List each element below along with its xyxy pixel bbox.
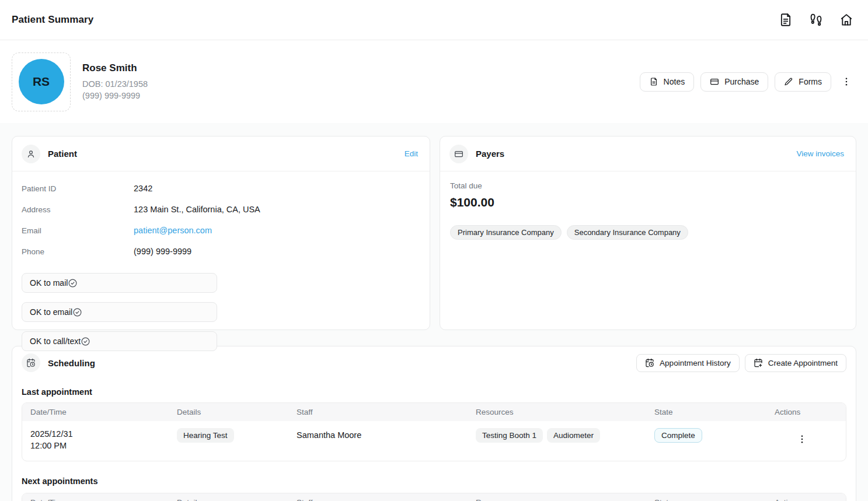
top-bar: Patient Summary xyxy=(0,0,868,40)
payers-card-header: Payers View invoices xyxy=(440,136,856,171)
check-circle-icon xyxy=(72,307,82,317)
cell-staff: Samantha Moore xyxy=(288,428,468,440)
document-icon[interactable] xyxy=(778,12,793,27)
cell-state: Complete xyxy=(646,428,766,443)
credit-card-icon xyxy=(449,145,468,163)
field-label: Phone xyxy=(22,247,134,256)
col-details: Details xyxy=(169,408,288,416)
field-label: Email xyxy=(22,226,134,235)
patient-more-menu[interactable] xyxy=(838,74,855,89)
note-icon xyxy=(649,77,658,86)
purchase-button[interactable]: Purchase xyxy=(700,72,768,92)
ok-to-mail-chip[interactable]: OK to mail xyxy=(22,273,217,293)
view-invoices-link[interactable]: View invoices xyxy=(796,149,844,158)
total-due-value: $100.00 xyxy=(450,195,844,209)
calendar-plus-icon xyxy=(754,358,763,367)
patient-dob: DOB: 01/23/1958 xyxy=(82,78,148,90)
resource-tag[interactable]: Audiometer xyxy=(547,428,600,443)
appointment-history-label: Appointment History xyxy=(660,359,731,367)
patient-phone: (999) 999-9999 xyxy=(82,90,148,101)
next-appointments-table: Date/Time Details Staff Resources State … xyxy=(22,493,846,501)
home-icon[interactable] xyxy=(839,12,854,27)
calendar-clock-icon xyxy=(645,358,654,367)
kebab-icon xyxy=(841,76,852,87)
status-badge: Complete xyxy=(654,428,702,443)
field-patient-id: Patient ID 2342 xyxy=(22,178,418,199)
topbar-icons xyxy=(778,12,854,27)
last-appointment-heading: Last appointment xyxy=(22,387,846,397)
col-actions: Actions xyxy=(766,498,846,501)
payers-card-title: Payers xyxy=(476,149,504,159)
appointment-history-button[interactable]: Appointment History xyxy=(636,354,740,372)
ok-to-email-chip[interactable]: OK to email xyxy=(22,302,217,322)
cell-details: Hearing Test xyxy=(169,428,288,443)
cell-date-time: 2025/12/31 12:00 PM xyxy=(22,428,169,451)
email-link[interactable]: patient@person.com xyxy=(134,226,212,235)
field-email: Email patient@person.com xyxy=(22,220,418,241)
col-details: Details xyxy=(169,498,288,501)
col-state: State xyxy=(646,498,766,501)
purchase-button-label: Purchase xyxy=(724,77,759,86)
table-header-row: Date/Time Details Staff Resources State … xyxy=(22,493,846,501)
primary-insurance-chip[interactable]: Primary Insurance Company xyxy=(450,225,562,240)
payers-body: Total due $100.00 Primary Insurance Comp… xyxy=(440,171,856,240)
patient-card: Patient Edit Patient ID 2342 Address 123… xyxy=(12,136,430,330)
pen-icon xyxy=(784,77,793,86)
create-appointment-label: Create Appointment xyxy=(768,359,838,367)
last-appointment-table: Date/Time Details Staff Resources State … xyxy=(22,402,846,461)
col-resources: Resources xyxy=(468,498,646,501)
perm-label: OK to email xyxy=(30,307,72,317)
appointment-date: 2025/12/31 xyxy=(30,428,169,440)
total-due-label: Total due xyxy=(450,181,844,190)
scheduling-title: Scheduling xyxy=(48,358,95,368)
page-title: Patient Summary xyxy=(12,14,93,26)
credit-card-icon xyxy=(710,77,719,86)
ok-to-call-text-chip[interactable]: OK to call/text xyxy=(22,331,217,351)
avatar-initials: RS xyxy=(19,59,64,104)
col-actions: Actions xyxy=(766,408,846,416)
scheduling-header: Scheduling Appointment History Create Ap… xyxy=(12,346,856,379)
next-appointments-heading: Next appointments xyxy=(22,477,846,486)
patient-name: Rose Smith xyxy=(82,62,148,74)
check-circle-icon xyxy=(68,278,78,288)
forms-button[interactable]: Forms xyxy=(775,72,831,92)
field-label: Address xyxy=(22,205,134,214)
perm-label: OK to mail xyxy=(30,278,68,288)
main-content: Patient Edit Patient ID 2342 Address 123… xyxy=(0,123,868,501)
col-date-time: Date/Time xyxy=(22,408,169,416)
kebab-icon xyxy=(797,434,807,444)
payers-card: Payers View invoices Total due $100.00 P… xyxy=(440,136,856,330)
field-phone: Phone (999) 999-9999 xyxy=(22,241,418,262)
footprints-icon[interactable] xyxy=(808,12,824,27)
row-actions-menu[interactable] xyxy=(793,432,811,447)
edit-patient-link[interactable]: Edit xyxy=(405,149,418,158)
check-circle-icon xyxy=(81,337,90,346)
notes-button[interactable]: Notes xyxy=(640,72,695,92)
details-tag[interactable]: Hearing Test xyxy=(177,428,234,443)
col-resources: Resources xyxy=(468,408,646,416)
col-staff: Staff xyxy=(288,408,468,416)
forms-button-label: Forms xyxy=(799,77,822,86)
patient-meta: Rose Smith DOB: 01/23/1958 (999) 999-999… xyxy=(82,62,148,101)
field-value: 2342 xyxy=(134,184,152,193)
secondary-insurance-chip[interactable]: Secondary Insurance Company xyxy=(567,225,688,240)
col-staff: Staff xyxy=(288,498,468,501)
field-address: Address 123 Main St., California, CA, US… xyxy=(22,199,418,220)
patient-header: RS Rose Smith DOB: 01/23/1958 (999) 999-… xyxy=(0,40,868,123)
resource-tag[interactable]: Testing Booth 1 xyxy=(476,428,543,443)
scheduling-body: Last appointment Date/Time Details Staff… xyxy=(12,387,856,501)
patient-card-title: Patient xyxy=(48,149,77,159)
appointment-time: 12:00 PM xyxy=(30,440,169,451)
table-row: 2025/12/31 12:00 PM Hearing Test Samanth… xyxy=(22,421,846,461)
col-state: State xyxy=(646,408,766,416)
table-header-row: Date/Time Details Staff Resources State … xyxy=(22,403,846,421)
scheduling-card: Scheduling Appointment History Create Ap… xyxy=(12,346,856,501)
cell-resources: Testing Booth 1 Audiometer xyxy=(468,428,646,443)
cell-actions xyxy=(766,428,846,447)
avatar[interactable]: RS xyxy=(12,52,71,111)
create-appointment-button[interactable]: Create Appointment xyxy=(745,354,846,372)
field-label: Patient ID xyxy=(22,184,134,193)
perm-label: OK to call/text xyxy=(30,337,81,346)
contact-permissions: OK to mail OK to email OK to call/text xyxy=(12,262,430,351)
calendar-clock-icon xyxy=(22,353,40,372)
